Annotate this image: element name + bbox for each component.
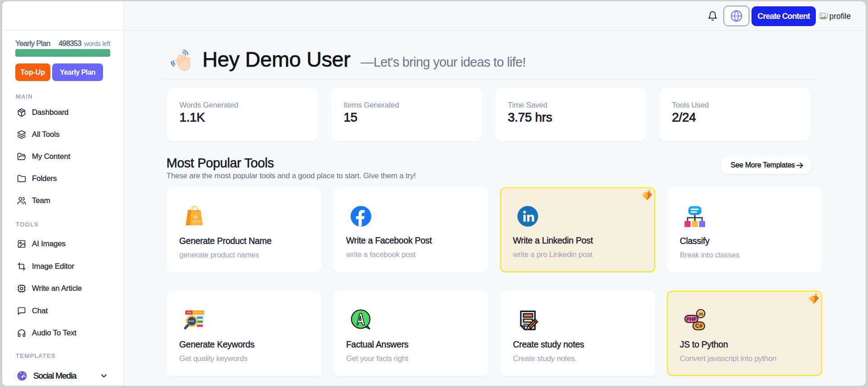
svg-text:JS: JS bbox=[698, 312, 703, 316]
svg-text:C#: C# bbox=[695, 323, 702, 329]
svg-text:PHP: PHP bbox=[686, 316, 696, 322]
